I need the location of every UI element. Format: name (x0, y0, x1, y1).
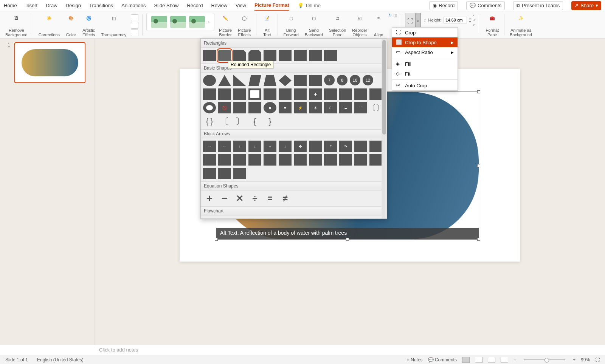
notes-pane[interactable]: Click to add notes (95, 345, 605, 355)
shape-half-frame[interactable] (264, 88, 276, 100)
shape-arrow-callout-right[interactable] (324, 154, 337, 166)
crop-menu-crop[interactable]: ⛶Crop (392, 28, 458, 37)
shape-arrow-bent[interactable]: ↱ (324, 141, 337, 152)
height-input[interactable] (444, 17, 467, 23)
shape-heptagon[interactable]: 7 (324, 75, 335, 85)
reorder-objects-button[interactable]: ◱Reorder Objects (351, 13, 369, 37)
gallery-scrollbar[interactable] (382, 39, 387, 218)
tab-view[interactable]: View (236, 1, 246, 10)
crop-menu-aspect[interactable]: ▭Aspect Ratio▶ (392, 47, 458, 57)
crop-corner2-icon[interactable]: ⌐ (473, 23, 476, 27)
shape-double-bracket[interactable]: 〔〕 (369, 102, 382, 113)
crop-menu-croptoshape[interactable]: ⬜Crop to Shape▶ (392, 37, 458, 47)
picture-border-button[interactable]: ✏️Picture Border (217, 13, 233, 37)
picture-effects-button[interactable]: ◯Picture Effects (236, 13, 252, 37)
color-button[interactable]: 🎨Color (64, 13, 78, 37)
shape-eq-multiply[interactable]: ✕ (233, 193, 246, 204)
shape-arrow-bentup[interactable] (369, 141, 382, 152)
shape-diagonal-stripe[interactable] (294, 88, 307, 100)
view-reading-button[interactable] (488, 357, 495, 363)
reset-picture-button[interactable] (131, 29, 138, 36)
format-pane-button[interactable]: 🧰Format Pane (484, 13, 500, 37)
shape-eq-notequal[interactable]: ≠ (279, 193, 292, 204)
fit-to-window-button[interactable]: ⛶ (595, 357, 600, 362)
shape-arrow-circular[interactable] (233, 168, 246, 179)
shape-right-triangle[interactable] (233, 75, 246, 86)
height-up-spinner[interactable]: ▴ (469, 17, 471, 20)
shape-diamond[interactable] (279, 75, 292, 86)
shape-eq-minus[interactable]: − (218, 193, 231, 204)
rotate-button[interactable]: ↻ (388, 13, 392, 18)
view-normal-button[interactable] (462, 357, 470, 363)
shape-rectangle[interactable] (203, 50, 216, 61)
shape-arrow-callout-quad[interactable] (218, 168, 231, 179)
shape-oval[interactable] (203, 75, 216, 86)
shape-arrow-leftright[interactable]: ↔ (264, 141, 276, 152)
tab-transitions[interactable]: Transitions (89, 1, 113, 10)
shape-dodecagon[interactable]: 12 (363, 75, 373, 85)
confirm-icon[interactable]: ✓ (473, 18, 476, 22)
shape-teardrop[interactable] (233, 88, 246, 100)
shape-arrow-updown[interactable]: ↕ (279, 141, 292, 152)
crop-menu-fit[interactable]: ◇Fit (392, 69, 458, 79)
shape-arrow-curved-up[interactable] (233, 154, 246, 166)
change-picture-button[interactable] (131, 22, 138, 29)
zoom-slider[interactable] (524, 359, 565, 360)
shape-cube[interactable] (354, 88, 367, 100)
shape-arrow-callout-down[interactable] (339, 154, 352, 166)
shape-arrow-up[interactable]: ↑ (233, 141, 246, 152)
shape-arrow-leftrightup[interactable] (309, 141, 322, 152)
status-language[interactable]: English (United States) (37, 357, 84, 362)
shape-eq-divide[interactable]: ÷ (248, 193, 261, 204)
shape-trapezoid[interactable] (264, 75, 276, 86)
shape-no-symbol[interactable]: 🚫 (218, 102, 231, 113)
crop-menu-fill[interactable]: ◈Fill (392, 59, 458, 69)
alt-text-button[interactable]: 📝Alt Text (260, 13, 274, 37)
status-notes-button[interactable]: ≡ Notes (407, 357, 423, 362)
slide-thumbnail-1[interactable] (14, 42, 85, 83)
tab-animations[interactable]: Animations (121, 1, 146, 10)
artistic-effects-button[interactable]: 🌀Artistic Effects (81, 13, 96, 37)
shape-left-brace[interactable]: { (248, 116, 261, 127)
tab-draw[interactable]: Draw (46, 1, 57, 10)
share-button[interactable]: ↗Share▾ (571, 1, 601, 10)
resize-handle[interactable] (215, 238, 218, 241)
shape-smiley[interactable]: ☻ (264, 102, 276, 113)
shape-bevel[interactable] (369, 88, 382, 100)
style-2[interactable] (170, 16, 186, 28)
style-3[interactable] (189, 16, 205, 28)
zoom-in-button[interactable]: + (573, 357, 576, 362)
shape-hexagon[interactable] (309, 75, 322, 86)
shape-arrow-right[interactable]: → (203, 141, 216, 152)
shape-arrow-curved-down[interactable] (248, 154, 261, 166)
shape-l-shape[interactable] (279, 88, 292, 100)
animate-as-background-button[interactable]: ✨Animate as Background (508, 13, 534, 37)
transparency-button[interactable]: ◫Transparency (99, 13, 128, 37)
zoom-out-button[interactable]: − (513, 357, 516, 362)
shape-cloud[interactable]: ☁ (339, 102, 352, 113)
shape-lightning[interactable]: ⚡ (294, 102, 307, 113)
tab-picture-format[interactable]: Picture Format (254, 0, 289, 11)
status-comments-button[interactable]: 💬 Comments (428, 357, 457, 362)
group-button[interactable]: ◫ (393, 13, 397, 18)
shape-snip-diag[interactable] (264, 50, 276, 61)
record-button[interactable]: ◉Record (429, 1, 458, 10)
corrections-button[interactable]: ☀️Corrections (37, 13, 61, 37)
shape-arrow-left[interactable]: ← (218, 141, 231, 152)
shape-snip-single[interactable] (233, 50, 246, 61)
send-backward-button[interactable]: ▢Send Backward (303, 13, 324, 37)
shape-arrow-callout-left[interactable] (354, 154, 367, 166)
resize-handle[interactable] (477, 90, 480, 93)
shape-pie[interactable] (203, 88, 216, 100)
tab-record[interactable]: Record (187, 1, 203, 10)
shape-donut[interactable] (203, 102, 216, 113)
shape-arrow-notched[interactable] (279, 154, 292, 166)
shape-right-bracket[interactable]: 〕 (233, 116, 246, 127)
shape-parallelogram[interactable] (248, 75, 261, 86)
shape-frame[interactable] (248, 88, 261, 100)
present-teams-button[interactable]: ⧉Present in Teams (513, 1, 563, 10)
shape-arrow-striped[interactable] (264, 154, 276, 166)
shape-folded-corner[interactable] (248, 102, 261, 113)
shape-plus[interactable]: ✚ (309, 88, 322, 100)
shape-moon[interactable]: ☾ (324, 102, 337, 113)
